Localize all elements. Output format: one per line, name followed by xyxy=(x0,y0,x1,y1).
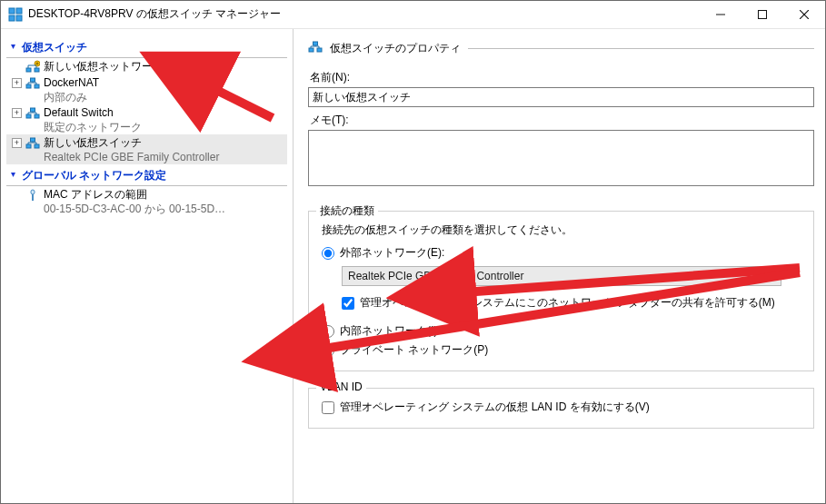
svg-rect-39 xyxy=(31,190,35,194)
vlan-group: VLAN ID 管理オペレーティング システムの仮想 LAN ID を有効にする… xyxy=(308,388,814,429)
minimize-button[interactable] xyxy=(700,1,741,29)
connection-type-legend: 接続の種類 xyxy=(316,203,378,219)
tree-item-sublabel: 既定のネットワーク xyxy=(44,120,142,134)
radio-internal-input[interactable] xyxy=(322,325,334,338)
left-panel: 仮想スイッチ xyxy=(1,29,294,503)
expand-icon[interactable]: + xyxy=(12,78,22,88)
switch-icon xyxy=(308,40,323,57)
radio-external[interactable]: 外部ネットワーク(E): xyxy=(322,245,804,261)
switch-icon xyxy=(25,106,40,121)
window-title: DESKTOP-4RV8PRV の仮想スイッチ マネージャー xyxy=(28,6,700,23)
svg-rect-9 xyxy=(26,68,31,72)
svg-rect-41 xyxy=(309,48,313,52)
tree-item-label: 新しい仮想スイッチ xyxy=(44,135,219,150)
maximize-button[interactable] xyxy=(741,1,783,29)
tree-plus-empty xyxy=(12,190,22,200)
checkbox-share-input[interactable] xyxy=(342,297,354,310)
checkbox-share[interactable]: 管理オペレーティング システムにこのネットワーク アダプターの共有を許可する(M… xyxy=(342,295,804,311)
svg-marker-8 xyxy=(11,44,15,49)
connection-type-desc: 接続先の仮想スイッチの種類を選択してください。 xyxy=(322,222,804,238)
radio-private-label: プライベート ネットワーク(P) xyxy=(340,342,488,358)
tree-section-switches[interactable]: 仮想スイッチ xyxy=(6,38,287,58)
svg-rect-10 xyxy=(35,68,39,72)
checkbox-vlan-enable-label: 管理オペレーティング システムの仮想 LAN ID を有効にする(V) xyxy=(340,400,650,415)
vlan-legend: VLAN ID xyxy=(316,380,366,393)
properties-title: 仮想スイッチのプロパティ xyxy=(330,41,461,56)
collapse-icon[interactable] xyxy=(8,171,18,181)
svg-rect-25 xyxy=(35,114,39,118)
svg-rect-31 xyxy=(26,144,31,148)
window: DESKTOP-4RV8PRV の仮想スイッチ マネージャー 仮想スイッチ xyxy=(0,0,826,504)
expand-icon[interactable]: + xyxy=(12,138,22,148)
svg-rect-1 xyxy=(16,8,22,14)
properties-header: 仮想スイッチのプロパティ xyxy=(308,40,814,57)
tree-section-global[interactable]: グローバル ネットワーク設定 xyxy=(6,166,287,186)
expand-icon[interactable]: + xyxy=(12,108,22,118)
right-panel: 仮想スイッチのプロパティ 名前(N): メモ(T): 接続の種類 接続先の仮想ス… xyxy=(294,29,825,503)
tree-item-label: 新しい仮想ネットワーク スイッチ xyxy=(44,59,210,74)
content: 仮想スイッチ xyxy=(1,29,825,503)
adapter-selected: Realtek PCIe GBE Family Controller xyxy=(348,270,523,282)
svg-rect-3 xyxy=(16,15,22,21)
collapse-icon[interactable] xyxy=(8,43,18,53)
adapter-combobox[interactable]: Realtek PCIe GBE Family Controller xyxy=(342,266,781,286)
svg-rect-24 xyxy=(26,114,31,118)
tree-section-label: グローバル ネットワーク設定 xyxy=(22,168,166,183)
checkbox-vlan-enable-input[interactable] xyxy=(322,401,334,414)
memo-label: メモ(T): xyxy=(310,113,812,128)
tree-item-label: MAC アドレスの範囲 xyxy=(44,187,225,202)
radio-external-input[interactable] xyxy=(322,247,334,260)
svg-rect-17 xyxy=(26,84,31,88)
checkbox-vlan-enable[interactable]: 管理オペレーティング システムの仮想 LAN ID を有効にする(V) xyxy=(322,400,804,415)
svg-rect-32 xyxy=(35,144,39,148)
svg-rect-43 xyxy=(313,42,318,45)
radio-internal-label: 内部ネットワーク(I) xyxy=(340,323,437,339)
svg-rect-5 xyxy=(759,11,767,19)
tree-item-label: DockerNAT xyxy=(44,75,99,90)
memo-input[interactable] xyxy=(308,130,814,186)
checkbox-share-label: 管理オペレーティング システムにこのネットワーク アダプターの共有を許可する(M… xyxy=(360,295,775,311)
titlebar: DESKTOP-4RV8PRV の仮想スイッチ マネージャー xyxy=(1,1,825,29)
tree-item-label: Default Switch xyxy=(44,105,142,120)
svg-rect-19 xyxy=(31,78,35,82)
close-button[interactable] xyxy=(783,1,825,29)
svg-rect-0 xyxy=(9,8,15,14)
header-rule xyxy=(468,48,814,49)
svg-rect-2 xyxy=(9,15,15,21)
svg-rect-42 xyxy=(317,48,322,52)
radio-external-label: 外部ネットワーク(E): xyxy=(340,245,444,261)
radio-internal[interactable]: 内部ネットワーク(I) xyxy=(322,323,804,339)
tree-section-label: 仮想スイッチ xyxy=(22,40,87,55)
tree-item-new-virtual-network-switch[interactable]: 新しい仮想ネットワーク スイッチ xyxy=(6,58,287,74)
switch-icon xyxy=(25,76,40,91)
svg-rect-33 xyxy=(31,138,35,142)
tree-item-sublabel: 内部のみ xyxy=(44,90,99,104)
svg-rect-26 xyxy=(31,108,35,112)
tree-item-sublabel: Realtek PCIe GBE Family Controller xyxy=(44,150,219,164)
radio-private[interactable]: プライベート ネットワーク(P) xyxy=(322,342,804,358)
tree-item-default-switch[interactable]: + Default Switch 既定のネットワーク xyxy=(6,104,287,134)
tree-plus-empty xyxy=(12,62,22,72)
name-label: 名前(N): xyxy=(310,70,812,85)
tree-item-dockernat[interactable]: + DockerNAT 内部のみ xyxy=(6,74,287,104)
radio-private-input[interactable] xyxy=(322,344,334,357)
mac-icon xyxy=(25,188,40,203)
app-icon xyxy=(8,7,23,22)
new-switch-icon xyxy=(25,60,40,74)
switch-icon xyxy=(25,136,40,151)
tree-item-sublabel: 00-15-5D-C3-AC-00 から 00-15-5D… xyxy=(44,202,225,216)
name-input[interactable] xyxy=(308,87,814,107)
svg-marker-38 xyxy=(11,173,15,177)
connection-type-group: 接続の種類 接続先の仮想スイッチの種類を選択してください。 外部ネットワーク(E… xyxy=(308,211,814,371)
tree-item-new-virtual-switch[interactable]: + 新しい仮想スイッチ Realtek PCIe GBE Family Cont xyxy=(6,134,287,164)
tree-item-mac-range[interactable]: MAC アドレスの範囲 00-15-5D-C3-AC-00 から 00-15-5… xyxy=(6,186,287,216)
svg-rect-18 xyxy=(35,84,39,88)
